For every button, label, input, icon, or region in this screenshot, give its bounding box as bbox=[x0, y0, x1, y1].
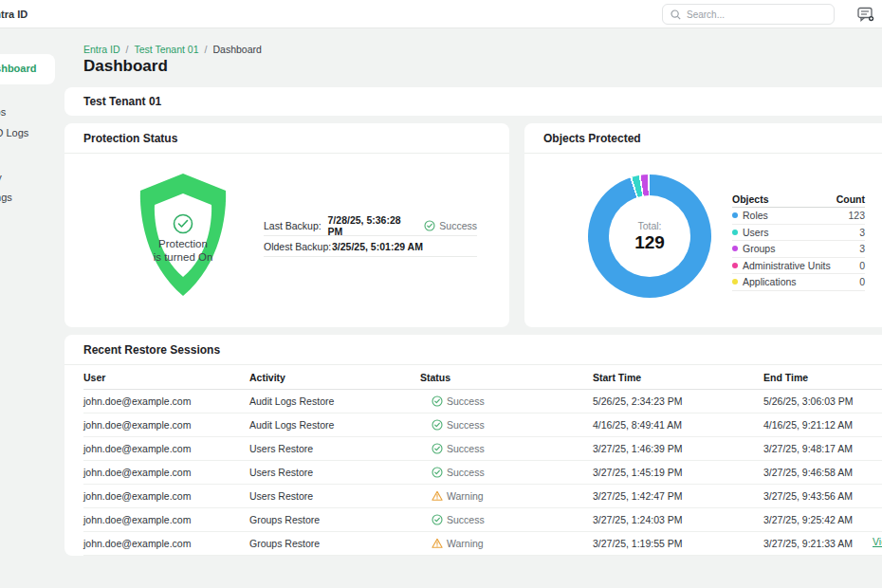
feedback-message-icon[interactable] bbox=[857, 7, 874, 22]
legend-count: 123 bbox=[848, 210, 865, 221]
cell-activity: Audit Logs Restore bbox=[249, 395, 420, 407]
donut-total-value: 129 bbox=[634, 232, 665, 253]
legend-count: 3 bbox=[859, 227, 865, 238]
column-header-user: User bbox=[83, 372, 249, 383]
search-input[interactable] bbox=[687, 9, 826, 20]
cell-user: john.doe@example.com bbox=[83, 443, 249, 454]
shield-text-line1: Protection bbox=[158, 238, 208, 249]
status-text: Success bbox=[439, 220, 477, 231]
backup-details: Last Backup:7/28/25, 5:36:28 PMSuccessOl… bbox=[264, 215, 477, 257]
status-badge: Success bbox=[432, 467, 485, 478]
legend-name: Users bbox=[732, 227, 768, 238]
breadcrumb-item-2[interactable]: Test Tenant 01 bbox=[134, 44, 198, 55]
protection-shield-icon: Protection is turned On bbox=[124, 169, 242, 302]
cell-status: Success bbox=[420, 514, 593, 525]
sidebar-item-activity[interactable]: Activity bbox=[0, 172, 2, 183]
cell-start-time: 3/27/25, 1:24:03 PM bbox=[593, 514, 763, 525]
cell-user: john.doe@example.com bbox=[83, 538, 249, 549]
legend-label: Users bbox=[743, 227, 768, 238]
search-icon bbox=[671, 9, 681, 20]
tenant-name: Test Tenant 01 bbox=[64, 87, 882, 116]
table-row[interactable]: john.doe@example.comUsers RestoreWarning… bbox=[83, 485, 882, 508]
app-root: { "accent_green": "#2b9e68", "shield_gre… bbox=[0, 0, 882, 588]
breadcrumb-separator: / bbox=[126, 44, 129, 55]
status-text: Success bbox=[447, 467, 485, 478]
sidebar-item-backups[interactable]: Backups bbox=[0, 106, 6, 118]
cell-status: Warning bbox=[420, 538, 593, 549]
status-text: Success bbox=[447, 514, 485, 525]
success-icon bbox=[432, 443, 443, 454]
warning-icon bbox=[432, 538, 443, 549]
sidebar-item-settings[interactable]: Settings bbox=[0, 192, 12, 203]
table-row[interactable]: john.doe@example.comAudit Logs RestoreSu… bbox=[83, 413, 882, 437]
cell-status: Success bbox=[420, 419, 593, 431]
backup-row: Last Backup:7/28/25, 5:36:28 PMSuccess bbox=[264, 215, 477, 236]
legend-name: Groups bbox=[732, 243, 775, 254]
status-text: Warning bbox=[447, 538, 484, 549]
objects-protected-card: Objects Protected Total: 129 Objects Cou… bbox=[524, 123, 882, 327]
backup-value: 3/25/25, 5:01:29 AM bbox=[332, 241, 423, 252]
cell-start-time: 3/27/25, 1:42:47 PM bbox=[593, 490, 763, 502]
protection-status-card: Protection Status Protection is turned O… bbox=[64, 123, 509, 327]
tenant-card: Test Tenant 01 bbox=[64, 87, 882, 116]
table-row[interactable]: john.doe@example.comGroups RestoreWarnin… bbox=[83, 532, 882, 556]
cell-user: john.doe@example.com bbox=[83, 490, 249, 502]
breadcrumb-item-1[interactable]: Entra ID bbox=[83, 44, 120, 55]
legend-label: Roles bbox=[743, 210, 768, 221]
cell-end-time: 4/16/25, 9:21:12 AM bbox=[763, 419, 882, 431]
status-badge: Success bbox=[424, 220, 477, 231]
table-row[interactable]: john.doe@example.comUsers RestoreSuccess… bbox=[83, 437, 882, 461]
legend-color-dot bbox=[732, 279, 738, 285]
sidebar-item-entra-id-logs[interactable]: Entra ID Logs bbox=[0, 127, 28, 138]
legend-header-objects: Objects bbox=[732, 193, 769, 205]
status-badge: Warning bbox=[432, 490, 484, 502]
status-badge: Warning bbox=[432, 538, 484, 549]
table-header-row: UserActivityStatusStart TimeEnd Time bbox=[83, 365, 882, 390]
cell-end-time: 3/27/25, 9:46:58 AM bbox=[763, 467, 882, 478]
cell-activity: Users Restore bbox=[249, 490, 420, 502]
cell-start-time: 3/27/25, 1:45:19 PM bbox=[593, 467, 763, 478]
column-header-start-time: Start Time bbox=[593, 372, 763, 383]
table-row[interactable]: john.doe@example.comGroups RestoreSucces… bbox=[83, 508, 882, 532]
column-header-activity: Activity bbox=[249, 372, 420, 383]
restore-sessions-table: UserActivityStatusStart TimeEnd Time joh… bbox=[83, 365, 882, 556]
backup-label: Oldest Backup: bbox=[264, 241, 332, 252]
sidebar-nav: DashboardBackupsEntra ID LogsActivitySet… bbox=[0, 28, 59, 588]
status-badge: Success bbox=[432, 419, 485, 431]
status-text: Success bbox=[447, 395, 485, 407]
cell-start-time: 3/27/25, 1:19:55 PM bbox=[593, 538, 763, 549]
cell-activity: Audit Logs Restore bbox=[249, 419, 420, 431]
legend-label: Administrative Units bbox=[743, 260, 831, 271]
breadcrumb: Entra ID/Test Tenant 01/Dashboard bbox=[83, 44, 262, 55]
table-row[interactable]: john.doe@example.comUsers RestoreSuccess… bbox=[83, 461, 882, 485]
cell-user: john.doe@example.com bbox=[83, 467, 249, 478]
cell-status: Success bbox=[420, 395, 593, 407]
view-all-link[interactable]: View All bbox=[873, 536, 882, 547]
legend-row: Administrative Units0 bbox=[732, 258, 865, 275]
cell-activity: Groups Restore bbox=[249, 514, 420, 525]
cell-end-time: 3/27/25, 9:21:33 AM bbox=[763, 538, 882, 549]
legend-count: 0 bbox=[859, 276, 865, 287]
legend-count: 3 bbox=[859, 243, 865, 254]
legend-header: Objects Count bbox=[732, 192, 865, 208]
legend-row: Users3 bbox=[732, 225, 865, 242]
success-icon bbox=[432, 419, 443, 431]
legend-label: Applications bbox=[743, 276, 797, 287]
cell-user: john.doe@example.com bbox=[83, 419, 249, 431]
table-row[interactable]: john.doe@example.comAudit Logs RestoreSu… bbox=[83, 390, 882, 413]
page-title: Dashboard bbox=[83, 57, 168, 76]
column-header-end-time: End Time bbox=[763, 372, 882, 383]
status-text: Success bbox=[447, 419, 485, 431]
sidebar-item-dashboard[interactable]: Dashboard bbox=[0, 63, 36, 74]
legend-row: Groups3 bbox=[732, 241, 865, 258]
protection-status-title: Protection Status bbox=[64, 123, 509, 154]
top-bar: Entra ID bbox=[0, 0, 882, 28]
legend-color-dot bbox=[732, 263, 738, 268]
cell-start-time: 5/26/25, 2:34:23 PM bbox=[593, 395, 763, 407]
legend-name: Administrative Units bbox=[732, 260, 831, 271]
status-badge: Success bbox=[432, 443, 485, 454]
success-icon bbox=[432, 395, 443, 407]
legend-color-dot bbox=[732, 246, 738, 251]
search-box[interactable] bbox=[662, 4, 835, 25]
cell-start-time: 3/27/25, 1:46:39 PM bbox=[593, 443, 763, 454]
